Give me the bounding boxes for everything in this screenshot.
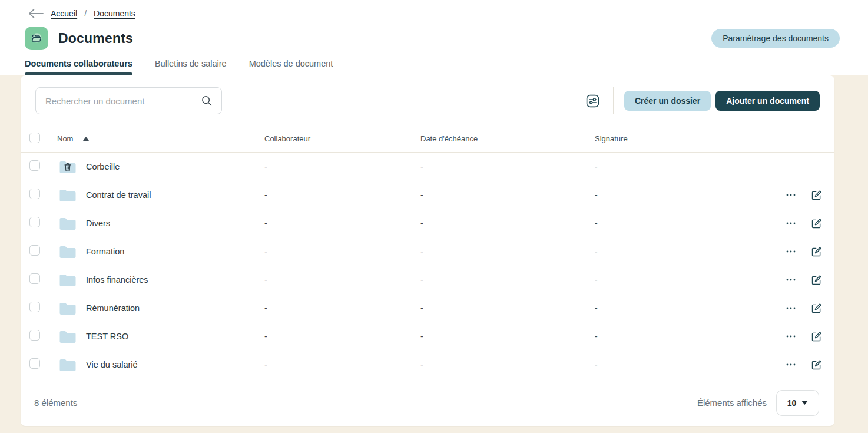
cell-collaborator: - <box>264 162 420 171</box>
tab-bar: Documents collaborateurs Bulletins de sa… <box>25 59 840 75</box>
more-actions-icon[interactable] <box>786 250 796 253</box>
edit-icon[interactable] <box>810 274 823 286</box>
row-name[interactable]: TEST RSO <box>86 332 128 341</box>
table-row[interactable]: Vie du salarié - - - <box>21 351 834 379</box>
tab-modeles-de-document[interactable]: Modèles de document <box>249 59 333 75</box>
folder-icon <box>59 273 77 287</box>
edit-icon[interactable] <box>810 246 823 258</box>
more-actions-icon[interactable] <box>786 194 796 196</box>
row-name[interactable]: Infos financières <box>86 275 148 285</box>
cell-due-date: - <box>420 162 595 171</box>
sort-ascending-triangle-icon[interactable] <box>83 137 89 141</box>
cell-signature: - <box>595 219 770 228</box>
breadcrumb-link-accueil[interactable]: Accueil <box>51 9 77 18</box>
document-settings-button[interactable]: Paramétrage des documents <box>711 29 840 48</box>
column-header-nom[interactable]: Nom <box>57 134 73 143</box>
cell-due-date: - <box>420 190 595 200</box>
documents-card: Créer un dossier Ajouter un document Nom… <box>21 75 834 426</box>
tab-documents-collaborateurs[interactable]: Documents collaborateurs <box>25 59 132 75</box>
more-actions-icon[interactable] <box>786 222 796 224</box>
cell-due-date: - <box>420 360 595 369</box>
column-header-collaborateur[interactable]: Collaborateur <box>264 134 420 143</box>
row-checkbox[interactable] <box>29 217 40 227</box>
breadcrumb: Accueil / Documents <box>28 8 840 19</box>
row-checkbox[interactable] <box>29 302 40 312</box>
table-body: Corbeille - - - Contrat de travail - <box>21 153 834 379</box>
row-name[interactable]: Vie du salarié <box>86 360 138 369</box>
cell-collaborator: - <box>264 219 420 228</box>
cell-collaborator: - <box>264 247 420 256</box>
row-name[interactable]: Rémunération <box>86 303 140 313</box>
trash-glyph <box>64 163 72 174</box>
cell-signature: - <box>595 190 770 200</box>
cell-signature: - <box>595 332 770 341</box>
row-checkbox[interactable] <box>29 273 40 284</box>
search-input[interactable] <box>45 96 200 106</box>
row-name[interactable]: Corbeille <box>86 162 120 171</box>
page-header: Accueil / Documents Documents Paramétrag… <box>0 0 868 75</box>
row-checkbox[interactable] <box>29 245 40 256</box>
add-document-button[interactable]: Ajouter un document <box>715 91 820 111</box>
row-name[interactable]: Contrat de travail <box>86 190 151 200</box>
per-page-value: 10 <box>787 398 797 408</box>
more-actions-icon[interactable] <box>786 335 796 338</box>
cell-signature: - <box>595 247 770 256</box>
items-count: 8 éléments <box>34 398 77 408</box>
column-header-date-echeance[interactable]: Date d'échéance <box>420 134 595 143</box>
cell-collaborator: - <box>264 360 420 369</box>
row-actions <box>770 217 823 230</box>
cell-signature: - <box>595 162 770 171</box>
breadcrumb-link-documents[interactable]: Documents <box>94 9 135 18</box>
cell-collaborator: - <box>264 332 420 341</box>
table-row[interactable]: Rémunération - - - <box>21 294 834 322</box>
trash-folder-icon <box>59 160 77 174</box>
cell-collaborator: - <box>264 303 420 313</box>
table-row[interactable]: TEST RSO - - - <box>21 322 834 351</box>
edit-icon[interactable] <box>810 302 823 315</box>
row-name[interactable]: Divers <box>86 219 110 228</box>
cell-signature: - <box>595 275 770 285</box>
table-row[interactable]: Divers - - - <box>21 209 834 237</box>
folder-icon <box>59 329 77 343</box>
row-name[interactable]: Formation <box>86 247 124 256</box>
row-checkbox[interactable] <box>29 358 40 369</box>
folder-icon <box>59 301 77 315</box>
row-actions <box>770 359 823 371</box>
cell-signature: - <box>595 303 770 313</box>
title-row: Documents Paramétrage des documents <box>25 27 840 50</box>
back-arrow-icon[interactable] <box>28 8 44 19</box>
tab-bulletins-de-salaire[interactable]: Bulletins de salaire <box>155 59 227 75</box>
more-actions-icon[interactable] <box>786 363 796 366</box>
row-actions <box>770 274 823 286</box>
table-row[interactable]: Corbeille - - - <box>21 153 834 181</box>
edit-icon[interactable] <box>810 189 823 201</box>
per-page-label: Éléments affichés <box>697 398 767 408</box>
table-row[interactable]: Infos financières - - - <box>21 266 834 294</box>
toolbar-actions: Créer un dossier Ajouter un document <box>584 87 820 114</box>
table-footer: 8 éléments Éléments affichés 10 <box>21 379 834 426</box>
per-page-select[interactable]: 10 <box>776 390 819 416</box>
cell-due-date: - <box>420 247 595 256</box>
column-header-signature[interactable]: Signature <box>595 134 770 143</box>
row-checkbox[interactable] <box>29 330 40 341</box>
filter-sliders-icon[interactable] <box>584 92 601 110</box>
select-all-checkbox[interactable] <box>29 133 40 143</box>
more-actions-icon[interactable] <box>786 307 796 309</box>
edit-icon[interactable] <box>810 359 823 371</box>
edit-icon[interactable] <box>810 330 823 343</box>
table-row[interactable]: Formation - - - <box>21 237 834 266</box>
row-actions <box>770 330 823 343</box>
table-row[interactable]: Contrat de travail - - - <box>21 181 834 209</box>
row-checkbox[interactable] <box>29 189 40 199</box>
toolbar-divider <box>613 87 614 114</box>
page-title: Documents <box>58 31 133 47</box>
more-actions-icon[interactable] <box>786 279 796 281</box>
edit-icon[interactable] <box>810 217 823 230</box>
toolbar: Créer un dossier Ajouter un document <box>21 75 834 125</box>
caret-down-icon <box>801 401 808 405</box>
search-icon[interactable] <box>200 94 213 107</box>
search-box[interactable] <box>35 87 222 114</box>
create-folder-button[interactable]: Créer un dossier <box>624 91 711 111</box>
documents-app-icon <box>25 27 48 50</box>
row-checkbox[interactable] <box>29 160 40 171</box>
